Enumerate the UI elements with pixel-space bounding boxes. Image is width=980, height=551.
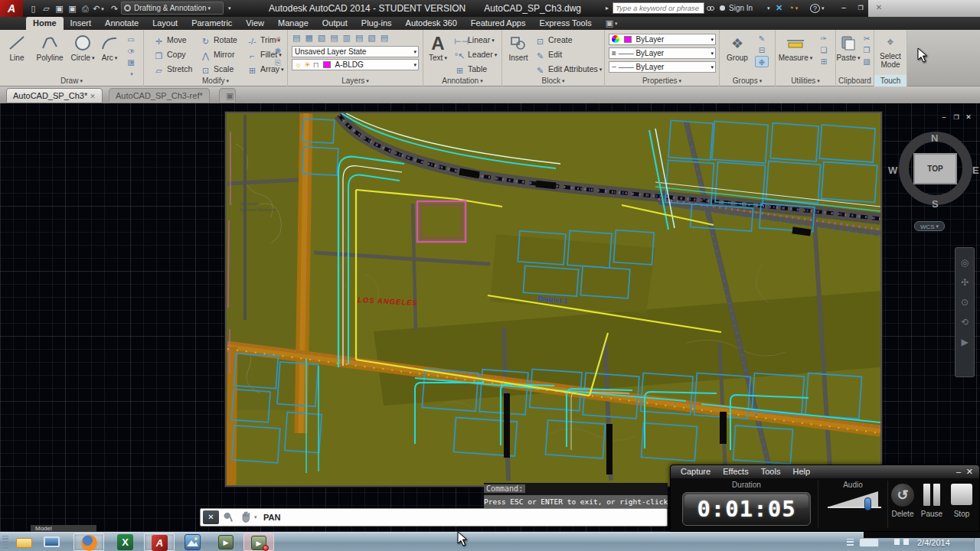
recorder-minimize-icon[interactable] [956,465,961,478]
match-properties-icon[interactable]: ▨ [860,56,874,67]
steering-wheel-icon[interactable]: ◎ [956,257,974,268]
new-icon[interactable]: ▯ [28,3,39,14]
layer-combo[interactable]: ☼ ☀ ⊓ A-BLDG [292,59,419,70]
lineweight-combo[interactable]: ≡ —— ByLayer [609,47,716,59]
quick-calc-icon[interactable]: ⊞ [817,56,831,67]
select-mode-button[interactable]: ⌖ SelectMode [876,33,905,69]
taskbar-firefox-button[interactable] [74,533,104,551]
plot-icon[interactable]: ⎙ [80,3,91,14]
rotate-button[interactable]: ↻Rotate [200,35,237,47]
leader-button[interactable]: °↖Leader [454,50,497,61]
viewcube-south[interactable]: S [932,198,939,210]
ribbon-display-toggle-icon[interactable]: ▣ [599,17,625,30]
cut-icon[interactable]: ✂ [860,33,874,44]
delete-button[interactable]: ↺ [891,484,914,507]
create-block-button[interactable]: ⊡Create [534,35,573,47]
panel-properties-label[interactable]: Properties [605,75,719,86]
polyline-button[interactable]: Polyline [32,34,67,62]
layer-freeze-icon[interactable]: ☀ [304,60,311,69]
workspace-switcher[interactable]: Drafting & Annotation [121,2,224,15]
app-menu-button[interactable]: A [0,0,23,17]
viewport-restore-icon[interactable] [951,113,962,121]
pan-tool-icon[interactable]: ✣ [956,277,974,288]
recorder-menu-capture[interactable]: Capture [681,467,710,476]
taskbar-explorer-button[interactable] [12,533,37,551]
viewport-close-icon[interactable] [963,113,974,121]
stretch-button[interactable]: ▱Stretch [153,64,192,76]
panel-layers-label[interactable]: Layers [288,75,423,86]
panel-block-label[interactable]: Block [502,75,604,86]
ellipse-tool-icon[interactable]: ⬭ [124,45,138,57]
copy-button[interactable]: ❐Copy [153,50,186,61]
panel-groups-label[interactable]: Groups [720,75,775,86]
pause-icon-bar2[interactable] [933,484,940,506]
command-close-icon[interactable] [203,510,219,524]
close-icon[interactable] [873,3,885,11]
panel-draw-label[interactable]: Draw [0,75,143,86]
zoom-tool-icon[interactable]: ⊙ [956,297,974,308]
tray-expand-icon[interactable] [847,539,854,546]
taskbar-excel-button[interactable]: X [110,533,141,551]
drawing-viewport[interactable]: LOS ANGELES District 1 Japanese National… [225,112,882,487]
group-selection-icon[interactable]: ❉ [755,56,769,67]
tab-parametric[interactable]: Parametric [185,17,239,30]
qat-customize-dropdown[interactable] [227,2,231,14]
search-input[interactable] [612,2,704,14]
command-input-bar[interactable]: PAN [200,508,668,527]
scale-button[interactable]: ⊡Scale [200,64,234,76]
layer-lock-icon[interactable]: ⊓ [313,60,319,69]
panel-clipboard-label[interactable]: Clipboard [836,75,874,86]
exchange-apps-icon[interactable]: ✕ [776,2,782,14]
edit-attributes-button[interactable]: ✎Edit Attributes [534,64,602,76]
mirror-button[interactable]: ⋀Mirror [200,50,234,61]
quick-select-icon[interactable]: ❏ [817,44,831,56]
tray-network-icon[interactable] [903,539,909,545]
tab-view[interactable]: View [239,17,271,30]
wrench-icon[interactable] [224,511,234,525]
redo-icon[interactable]: ↷ [109,3,120,14]
layer-on-icon[interactable]: ☼ [295,60,302,69]
undo-icon[interactable]: ↶ [93,3,104,14]
rectangle-tool-icon[interactable]: ▭ [124,34,138,45]
tab-plugins[interactable]: Plug-ins [354,17,399,30]
taskbar-photo-button[interactable] [178,533,208,551]
tab-output[interactable]: Output [315,17,354,30]
text-button[interactable]: AText [426,34,449,62]
edit-block-button[interactable]: ✎Edit [534,50,562,61]
circle-button[interactable]: Circle [69,34,96,62]
binoculars-icon[interactable] [707,2,714,14]
viewcube-west[interactable]: W [888,165,897,176]
measure-button[interactable]: Measure [777,34,814,62]
tab-express-tools[interactable]: Express Tools [532,17,598,30]
language-bar[interactable] [859,538,879,547]
tab-manage[interactable]: Manage [271,17,315,30]
tab-autodesk360[interactable]: Autodesk 360 [399,17,464,30]
recorder-close-icon[interactable] [966,465,973,478]
explode-icon[interactable]: ❋ [271,45,285,57]
doc-tab-active[interactable]: AutoCAD_SP_Ch3* [6,88,103,103]
taskbar-camtasia-button[interactable]: ▶ [213,533,240,551]
group-edit-icon[interactable]: ⊟ [755,44,769,56]
autodesk360-icon[interactable]: ◔ [789,2,798,14]
offset-icon[interactable]: ⎘ [271,57,285,68]
move-button[interactable]: ✛Move [153,35,187,47]
sign-in-dropdown[interactable] [766,2,770,14]
arc-button[interactable]: Arc [98,34,121,62]
doc-tab-close-icon[interactable] [90,93,96,100]
maximize-icon[interactable] [854,3,867,11]
minimize-icon[interactable] [838,3,850,11]
audio-slider-thumb[interactable] [864,497,871,510]
ungroup-icon[interactable]: ✎ [755,33,769,44]
copy-clip-icon[interactable]: ❐ [860,44,874,56]
pan-options-dropdown[interactable] [253,512,257,521]
line-button[interactable]: Line [3,34,31,62]
table-button[interactable]: ⊞Table [454,64,487,76]
recorder-menu-help[interactable]: Help [792,467,810,476]
object-color-combo[interactable]: ByLayer [609,34,716,45]
group-button[interactable]: ❖Group [723,34,752,62]
doc-tab-inactive[interactable]: AutoCAD_SP_Ch3-ref* [109,88,210,103]
linetype-combo[interactable]: ┄ —— ByLayer [609,61,716,73]
viewcube-north[interactable]: N [931,132,938,144]
taskbar-autocad-button[interactable]: A [144,533,175,551]
tray-volume-icon[interactable] [894,539,900,545]
